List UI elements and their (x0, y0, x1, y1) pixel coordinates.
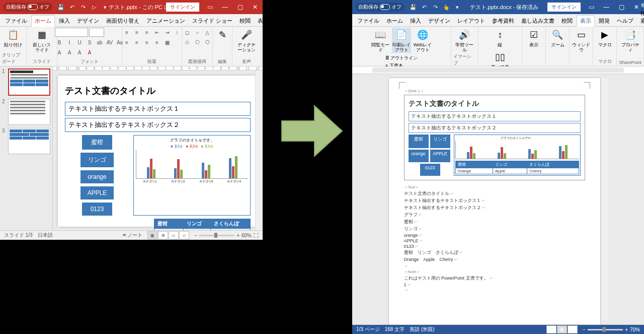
language-status[interactable]: 英語 (米国) (410, 326, 434, 333)
chart-object[interactable]: グラフのタイトルです。 系列1系列2系列3 カテゴリ1カテゴリ2カテゴリ3カテゴ… (133, 135, 251, 216)
font-size-input[interactable] (89, 28, 104, 37)
quick-access-toolbar[interactable]: 💾↶↷▷▾ (57, 4, 109, 11)
new-slide-button[interactable]: ▦新しいスライド (32, 28, 51, 53)
zoom-slider[interactable]: −+60%⛶ (194, 233, 259, 238)
edit-button[interactable]: ✎ (213, 28, 232, 42)
minimize-icon[interactable]: — (599, 4, 614, 11)
tab-view[interactable]: 表示 (577, 15, 595, 27)
outline-button[interactable]: ≣ アウトライン (385, 55, 418, 61)
tab-help[interactable]: ヘルプ (614, 16, 636, 26)
tab-references[interactable]: 参考資料 (489, 16, 517, 26)
word-statusbar: 1/3 ページ 168 文字 英語 (米国) ▭▦▯ −+70% (352, 324, 644, 334)
embedded-slide-image[interactable]: テスト文書のタイトル テキスト抽出するテキストボックス１ テキスト抽出するテキス… (404, 95, 585, 180)
zoom-slider[interactable]: −+70% (583, 327, 640, 332)
view-buttons[interactable]: ▦⊞▭▱ (147, 231, 189, 239)
word-ruler (352, 66, 644, 74)
show-button[interactable]: ☑表示 (524, 28, 543, 48)
shape-mikan[interactable]: 蜜柑 (82, 135, 112, 150)
ribbon-opts-icon[interactable]: ▭ (584, 4, 599, 11)
tab-dev[interactable]: 開発 (596, 16, 613, 26)
font-style-row[interactable]: BIUSabAVAa (55, 38, 124, 47)
tab-home[interactable]: ホーム (31, 15, 55, 27)
tab-animation[interactable]: アニメーション (143, 16, 188, 26)
tab-dev[interactable]: 開発 (273, 16, 290, 26)
learning-tools-button[interactable]: 🔊学習ツール (455, 28, 474, 53)
word-ribbon-tabs: ファイル ホーム 挿入 デザイン レイアウト 参考資料 差し込み文書 校閲 表示… (352, 14, 644, 27)
save-icon: 💾 (57, 4, 64, 11)
redo-icon: ↷ (79, 4, 87, 11)
tab-design[interactable]: デザイン (425, 16, 453, 26)
tab-slideshow[interactable]: スライド ショー (189, 16, 235, 26)
language-status[interactable]: 日本語 (38, 232, 53, 239)
tab-design[interactable]: デザイン (74, 16, 102, 26)
tab-view[interactable]: 表示 (255, 16, 272, 26)
list-row[interactable]: ≡≡≡⇤⇥↕ (122, 28, 182, 37)
word-window: 自動保存オフ 💾↶↷👆▾ テスト.pptx.docx - 保存済み サインイン … (352, 0, 644, 334)
shape-apple[interactable]: APPLE (80, 186, 114, 199)
thumbnail-1[interactable]: 1 (2, 69, 50, 96)
tab-insert[interactable]: 挿入 (407, 16, 424, 26)
undo-icon: ↶ (68, 4, 75, 11)
properties-button[interactable]: 📑プロパティ (621, 28, 640, 53)
align-row[interactable]: ≡≡≡≡▦ (122, 38, 172, 47)
tab-file[interactable]: ファイル (2, 16, 30, 26)
word-titlebar: 自動保存オフ 💾↶↷👆▾ テスト.pptx.docx - 保存済み サインイン … (352, 0, 644, 14)
ppt-workspace: 1 2 3 1211109876543210123456789101112 テス… (0, 66, 263, 230)
dictation-button[interactable]: 🎤ディクテーション (237, 28, 256, 53)
tab-mailings[interactable]: 差し込み文書 (518, 16, 557, 26)
maximize-icon[interactable]: ▢ (614, 4, 629, 11)
shape-0123[interactable]: 0123 (82, 203, 112, 216)
word-ribbon: 📖閲覧モード 📄印刷レイアウト 🌐Webレイアウト ≣ アウトライン≡ 下書き … (352, 27, 644, 66)
thumbnail-2[interactable]: 2 (2, 99, 50, 125)
close-icon[interactable]: ✕ (248, 4, 263, 11)
tab-review[interactable]: 校閲 (236, 16, 254, 26)
view-buttons[interactable]: ▭▦▯ (546, 325, 578, 333)
textbox-1[interactable]: テキスト抽出するテキストボックス１ (65, 102, 251, 116)
vertical-button[interactable]: ↕縦 (491, 28, 510, 48)
search-button[interactable]: 🔍 検索 (638, 2, 644, 26)
autosave-toggle[interactable]: 自動保存オフ (355, 3, 405, 12)
textbox-2[interactable]: テキスト抽出するテキストボックス２ (65, 118, 251, 132)
ppt-ribbon-tabs: ファイル ホーム 挿入 デザイン 画面切り替え アニメーション スライド ショー… (0, 14, 263, 27)
touch-icon: 👆 (443, 4, 450, 11)
font-family-input[interactable] (55, 28, 88, 37)
shape-ringo[interactable]: リンゴ (80, 153, 114, 167)
data-table[interactable]: 蜜柑リンゴさくらんぼ OrangeAppleCherry (154, 219, 251, 230)
word-count[interactable]: 168 文字 (385, 326, 405, 333)
horizontal-ruler: 1211109876543210123456789101112 (53, 66, 263, 71)
zoom-button[interactable]: 🔍ズーム (548, 28, 567, 48)
notes-button[interactable]: ≐ ノート (122, 232, 143, 239)
tab-file[interactable]: ファイル (354, 16, 382, 26)
conversion-arrow (279, 101, 345, 161)
macros-button[interactable]: ▶マクロ (595, 28, 614, 48)
window-title: テスト.pptx - この PC に保存済み (109, 4, 166, 11)
paste-button[interactable]: 📋貼り付け (4, 28, 23, 48)
web-layout-button[interactable]: 🌐Webレイアウト (413, 28, 432, 53)
shape-orange[interactable]: orange (80, 170, 114, 183)
read-mode-button[interactable]: 📖閲覧モード (371, 28, 390, 53)
tab-help[interactable]: ヘルプ (291, 16, 313, 26)
quick-access-toolbar[interactable]: 💾↶↷👆▾ (410, 4, 461, 11)
page-counter[interactable]: 1/3 ページ (356, 326, 380, 333)
signin-button[interactable]: サインイン (166, 3, 199, 12)
slide-title[interactable]: テスト文書のタイトル (65, 85, 251, 97)
tab-layout[interactable]: レイアウト (454, 16, 488, 26)
autosave-toggle[interactable]: 自動保存オフ (3, 3, 52, 12)
tab-review[interactable]: 校閲 (558, 16, 576, 26)
signin-button[interactable]: サインイン (547, 3, 581, 12)
minimize-icon[interactable]: — (217, 4, 232, 11)
ppt-ribbon: 📋貼り付けクリップボード ▦新しいスライドスライド BIUSabAVAaAAAA… (0, 27, 263, 66)
slide-counter[interactable]: スライド 1/3 (4, 232, 33, 239)
window-button[interactable]: ▭ウィンドウ (572, 28, 591, 53)
maximize-icon[interactable]: ▢ (232, 4, 248, 11)
tab-insert[interactable]: 挿入 (56, 16, 73, 26)
word-page[interactable]: ＜Slide.1＞ テスト文書のタイトル テキスト抽出するテキストボックス１ テ… (389, 78, 600, 324)
ribbon-opts-icon[interactable]: ▭ (202, 4, 217, 11)
print-layout-button[interactable]: 📄印刷レイアウト (392, 28, 411, 53)
slide-canvas[interactable]: テスト文書のタイトル テキスト抽出するテキストボックス１ テキスト抽出するテキス… (58, 76, 258, 227)
tab-home[interactable]: ホーム (383, 16, 406, 26)
thumbnail-3[interactable]: 3 (2, 128, 50, 154)
tab-transition[interactable]: 画面切り替え (103, 16, 142, 26)
vertical-scrollbar[interactable] (600, 78, 608, 320)
vertical-scrollbar[interactable] (255, 71, 263, 230)
